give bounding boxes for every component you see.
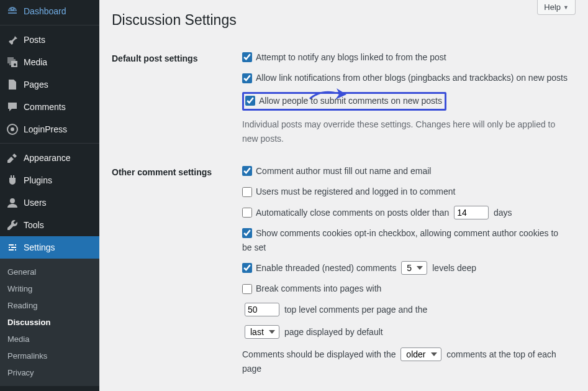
svg-point-3 bbox=[10, 198, 15, 203]
cookies-optin-checkbox[interactable] bbox=[242, 228, 252, 238]
users-icon bbox=[6, 196, 19, 209]
default-page-select[interactable]: last bbox=[245, 325, 279, 339]
require-registration-checkbox[interactable] bbox=[242, 187, 252, 197]
auto-close-label-post: days bbox=[494, 208, 512, 218]
settings-form: Default post settings Attempt to notify … bbox=[112, 41, 576, 391]
sidebar-item-tools[interactable]: Tools bbox=[0, 214, 99, 236]
sidebar-item-users[interactable]: Users bbox=[0, 191, 99, 214]
sidebar-item-settings[interactable]: Settings bbox=[0, 236, 99, 259]
tools-icon bbox=[6, 219, 19, 231]
page-title: Discussion Settings bbox=[112, 6, 576, 41]
sidebar-item-comments[interactable]: Comments bbox=[0, 96, 99, 118]
allow-comments-option[interactable]: Allow people to submit comments on new p… bbox=[245, 96, 442, 106]
comments-per-page-label-mid: top level comments per page and the bbox=[284, 305, 427, 315]
auto-close-days-input[interactable] bbox=[454, 206, 489, 219]
paginate-comments-label: Break comments into pages with bbox=[256, 283, 381, 293]
highlighted-option: Allow people to submit comments on new p… bbox=[242, 92, 446, 111]
paginate-comments-checkbox[interactable] bbox=[242, 284, 252, 294]
comment-order-label-pre: Comments should be displayed with the bbox=[242, 349, 396, 359]
plugin-icon bbox=[6, 174, 19, 186]
paginate-comments-option[interactable]: Break comments into pages with bbox=[242, 283, 381, 293]
sidebar-item-label: LoginPress bbox=[24, 124, 67, 134]
content-area: Help Discussion Settings Default post se… bbox=[99, 0, 588, 391]
threaded-comments-label-pre: Enable threaded (nested) comments bbox=[256, 263, 396, 273]
section-heading-other: Other comment settings bbox=[112, 155, 236, 391]
submenu-item-privacy[interactable]: Privacy bbox=[0, 364, 99, 381]
admin-sidebar: Dashboard Posts Media Pages Comments Log… bbox=[0, 0, 99, 391]
help-button-label: Help bbox=[544, 2, 561, 12]
svg-point-2 bbox=[11, 127, 14, 131]
allow-pingbacks-checkbox[interactable] bbox=[242, 73, 252, 83]
sidebar-item-label: Comments bbox=[24, 102, 66, 112]
default-page-label-post: page displayed by default bbox=[284, 327, 383, 337]
threaded-comments-checkbox[interactable] bbox=[242, 263, 252, 273]
allow-comments-label: Allow people to submit comments on new p… bbox=[259, 96, 442, 106]
menu-separator bbox=[0, 22, 99, 25]
auto-close-option[interactable]: Automatically close comments on posts ol… bbox=[242, 208, 449, 218]
sidebar-item-label: Posts bbox=[24, 35, 45, 45]
notify-blogs-checkbox[interactable] bbox=[242, 52, 252, 62]
notify-blogs-option[interactable]: Attempt to notify any blogs linked to fr… bbox=[242, 52, 446, 62]
sidebar-item-pages[interactable]: Pages bbox=[0, 73, 99, 96]
threaded-comments-label-post: levels deep bbox=[432, 263, 476, 273]
cookies-optin-option[interactable]: Show comments cookies opt-in checkbox, a… bbox=[242, 228, 558, 252]
help-button[interactable]: Help bbox=[537, 0, 576, 15]
sidebar-item-label: Appearance bbox=[24, 153, 71, 163]
loginpress-icon bbox=[6, 123, 19, 136]
comments-per-page-input[interactable] bbox=[245, 303, 279, 316]
cookies-optin-label: Show comments cookies opt-in checkbox, a… bbox=[242, 228, 558, 252]
auto-close-checkbox[interactable] bbox=[242, 208, 252, 218]
settings-icon bbox=[6, 241, 19, 254]
submenu-item-media[interactable]: Media bbox=[0, 331, 99, 347]
section-heading-default: Default post settings bbox=[112, 41, 236, 155]
sidebar-item-loginpress[interactable]: LoginPress bbox=[0, 118, 99, 140]
pages-icon bbox=[6, 78, 19, 91]
sidebar-item-media[interactable]: Media bbox=[0, 51, 99, 73]
svg-point-0 bbox=[14, 63, 16, 66]
sidebar-item-label: Pages bbox=[24, 80, 48, 90]
comment-order-select[interactable]: older bbox=[400, 347, 441, 361]
auto-close-label-pre: Automatically close comments on posts ol… bbox=[256, 208, 449, 218]
comment-icon bbox=[6, 101, 19, 113]
dashboard-icon bbox=[6, 5, 19, 17]
submenu-item-general[interactable]: General bbox=[0, 264, 99, 280]
settings-submenu: General Writing Reading Discussion Media… bbox=[0, 259, 99, 386]
thread-depth-select[interactable]: 5 bbox=[401, 261, 427, 275]
allow-pingbacks-label: Allow link notifications from other blog… bbox=[256, 73, 568, 83]
notify-blogs-label: Attempt to notify any blogs linked to fr… bbox=[256, 52, 446, 62]
submenu-item-reading[interactable]: Reading bbox=[0, 297, 99, 314]
sidebar-item-label: Settings bbox=[24, 242, 55, 252]
allow-pingbacks-option[interactable]: Allow link notifications from other blog… bbox=[242, 73, 568, 83]
require-name-email-label: Comment author must fill out name and em… bbox=[256, 166, 431, 176]
sidebar-item-dashboard[interactable]: Dashboard bbox=[0, 0, 99, 22]
require-registration-option[interactable]: Users must be registered and logged in t… bbox=[242, 186, 455, 196]
require-registration-label: Users must be registered and logged in t… bbox=[256, 186, 455, 196]
require-name-email-checkbox[interactable] bbox=[242, 166, 252, 176]
sidebar-item-appearance[interactable]: Appearance bbox=[0, 147, 99, 169]
allow-comments-checkbox[interactable] bbox=[245, 96, 255, 106]
sidebar-item-label: Users bbox=[24, 198, 47, 208]
media-icon bbox=[6, 56, 19, 68]
pin-icon bbox=[6, 34, 19, 46]
sidebar-item-label: Dashboard bbox=[24, 6, 66, 16]
default-post-description: Individual posts may override these sett… bbox=[242, 117, 569, 145]
sidebar-item-plugins[interactable]: Plugins bbox=[0, 169, 99, 191]
submenu-item-discussion[interactable]: Discussion bbox=[0, 314, 99, 331]
submenu-item-writing[interactable]: Writing bbox=[0, 280, 99, 297]
menu-separator bbox=[0, 140, 99, 144]
sidebar-item-label: Plugins bbox=[24, 175, 52, 185]
appearance-icon bbox=[6, 152, 19, 164]
sidebar-item-posts[interactable]: Posts bbox=[0, 29, 99, 51]
submenu-item-permalinks[interactable]: Permalinks bbox=[0, 347, 99, 364]
require-name-email-option[interactable]: Comment author must fill out name and em… bbox=[242, 166, 431, 176]
threaded-comments-option[interactable]: Enable threaded (nested) comments bbox=[242, 263, 396, 273]
sidebar-item-label: Tools bbox=[24, 220, 44, 230]
sidebar-item-label: Media bbox=[24, 57, 47, 67]
